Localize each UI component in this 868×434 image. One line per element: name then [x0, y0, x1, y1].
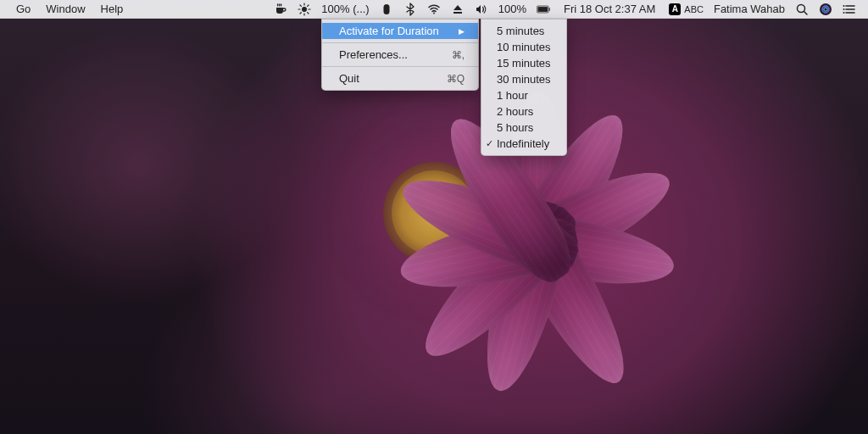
- menu-item-shortcut: ⌘Q: [447, 73, 465, 85]
- svg-point-8: [820, 3, 832, 15]
- input-source[interactable]: A ABC: [664, 0, 709, 18]
- duration-option[interactable]: 2 hours: [481, 103, 566, 120]
- duration-label: 1 hour: [497, 89, 528, 102]
- svg-point-12: [843, 8, 845, 10]
- user-name[interactable]: Fatima Wahab: [709, 0, 790, 18]
- battery-menubar-icon[interactable]: [531, 0, 555, 18]
- menu-help[interactable]: Help: [93, 0, 131, 18]
- duration-option[interactable]: 5 minutes: [481, 23, 566, 39]
- datetime[interactable]: Fri 18 Oct 2:37 AM: [555, 0, 664, 18]
- notification-center-menubar-icon[interactable]: [837, 0, 861, 18]
- duration-label: 10 minutes: [497, 41, 551, 53]
- brightness-percent[interactable]: 100% (...): [316, 0, 374, 18]
- menu-item-label: Activate for Duration: [339, 25, 439, 37]
- sun-icon: [298, 3, 311, 16]
- menu-item-label: Preferences...: [339, 48, 408, 61]
- wifi-menubar-icon[interactable]: [422, 0, 446, 18]
- duration-option[interactable]: 5 hours: [481, 120, 566, 136]
- search-icon: [795, 3, 809, 16]
- eject-menubar-icon[interactable]: [446, 0, 470, 18]
- eject-icon: [451, 3, 465, 16]
- bluetooth-menubar-icon[interactable]: [398, 0, 422, 18]
- duration-label: 30 minutes: [497, 73, 551, 86]
- svg-point-2: [433, 12, 435, 14]
- menu-separator: [322, 66, 478, 67]
- duration-label: 5 minutes: [497, 25, 544, 37]
- mouse-icon: [380, 3, 393, 16]
- volume-menubar-icon[interactable]: [470, 0, 493, 18]
- duration-label: 2 hours: [497, 105, 533, 118]
- duration-option[interactable]: 10 minutes: [481, 39, 566, 55]
- menu-preferences[interactable]: Preferences... ⌘,: [322, 47, 478, 63]
- battery-percent[interactable]: 100%: [493, 0, 531, 18]
- duration-submenu: 5 minutes10 minutes15 minutes30 minutes1…: [481, 19, 567, 156]
- wifi-icon: [427, 3, 441, 16]
- svg-point-13: [843, 12, 845, 14]
- duration-label: 15 minutes: [497, 57, 551, 70]
- list-icon: [843, 3, 856, 16]
- spotlight-menubar-icon[interactable]: [790, 0, 814, 18]
- battery-icon: [537, 3, 550, 16]
- svg-rect-1: [383, 4, 389, 14]
- speaker-icon: [475, 3, 488, 16]
- input-source-badge-icon: A: [669, 3, 681, 15]
- submenu-arrow-icon: ▶: [459, 27, 465, 36]
- svg-point-0: [303, 7, 307, 11]
- duration-label: Indefinitely: [497, 137, 549, 150]
- bluetooth-icon: [403, 3, 417, 16]
- menu-quit[interactable]: Quit ⌘Q: [322, 70, 478, 86]
- menu-window[interactable]: Window: [38, 0, 92, 18]
- siri-menubar-icon[interactable]: [814, 0, 837, 18]
- menu-activate-for-duration[interactable]: Activate for Duration ▶: [322, 23, 478, 39]
- svg-rect-6: [548, 8, 549, 11]
- amphetamine-menu: Activate for Duration ▶ Preferences... ⌘…: [321, 19, 479, 91]
- menu-bar-right: 100% (...): [269, 0, 861, 18]
- menu-go[interactable]: Go: [8, 0, 38, 18]
- siri-icon: [819, 3, 832, 16]
- input-source-label: ABC: [684, 4, 704, 14]
- duration-option[interactable]: 1 hour: [481, 87, 566, 103]
- coffee-cup-icon: [274, 3, 287, 16]
- svg-point-11: [843, 5, 845, 7]
- menu-item-label: Quit: [339, 72, 359, 85]
- duration-option[interactable]: Indefinitely: [481, 136, 566, 152]
- svg-rect-3: [453, 12, 462, 14]
- menu-separator: [322, 42, 478, 43]
- svg-rect-5: [537, 7, 548, 12]
- menu-bar: Go Window Help 100% (...): [0, 0, 868, 19]
- amphetamine-menubar-icon[interactable]: [269, 0, 292, 18]
- mouse-menubar-icon[interactable]: [375, 0, 398, 18]
- duration-option[interactable]: 30 minutes: [481, 71, 566, 87]
- duration-label: 5 hours: [497, 121, 533, 134]
- menu-bar-left: Go Window Help: [8, 0, 131, 18]
- menu-item-shortcut: ⌘,: [452, 49, 465, 61]
- duration-option[interactable]: 15 minutes: [481, 55, 566, 71]
- brightness-menubar-icon[interactable]: [292, 0, 316, 18]
